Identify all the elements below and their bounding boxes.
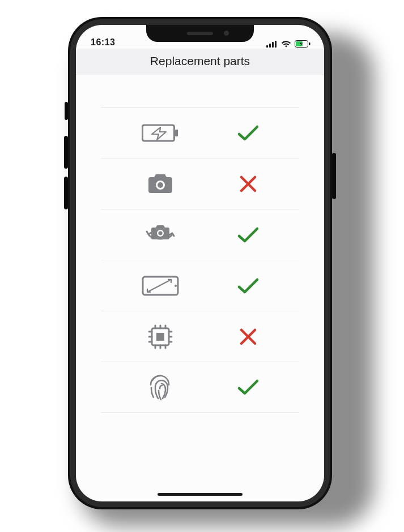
- status-ok: [234, 124, 262, 142]
- svg-point-10: [158, 182, 163, 188]
- phone-screen: 16:13: [76, 25, 324, 501]
- display-size-icon: [138, 274, 183, 297]
- cross-icon: [239, 175, 257, 193]
- battery-charging-status-icon: [295, 40, 311, 48]
- svg-rect-6: [309, 42, 311, 45]
- status-bad: [234, 328, 262, 346]
- svg-rect-8: [175, 130, 178, 136]
- svg-point-12: [158, 231, 162, 235]
- status-bar-indicators: [266, 40, 311, 48]
- camera-icon: [138, 173, 183, 195]
- status-ok: [234, 378, 262, 396]
- svg-point-14: [175, 285, 177, 287]
- status-bad: [234, 175, 262, 193]
- display-notch: [146, 25, 254, 42]
- cross-icon: [239, 328, 257, 346]
- phone-frame: 16:13: [68, 17, 332, 509]
- svg-rect-1: [269, 44, 271, 48]
- part-row-battery: [101, 107, 299, 158]
- part-row-fingerprint: [101, 362, 299, 413]
- svg-rect-3: [275, 41, 277, 48]
- svg-rect-2: [272, 42, 274, 48]
- nav-header: Replacement parts: [76, 49, 324, 75]
- volume-up-button[interactable]: [64, 136, 68, 169]
- volume-down-button[interactable]: [64, 177, 68, 209]
- front-camera-dot: [224, 31, 229, 36]
- battery-charging-icon: [138, 123, 183, 143]
- part-row-display: [101, 260, 299, 311]
- parts-list: [76, 107, 324, 413]
- checkmark-icon: [237, 378, 260, 396]
- cpu-chip-icon: [138, 324, 183, 350]
- home-indicator[interactable]: [158, 493, 243, 496]
- status-bar-time: 16:13: [91, 37, 115, 48]
- camera-rotate-icon: [138, 221, 183, 248]
- earpiece-speaker: [187, 32, 213, 35]
- part-row-camera: [101, 158, 299, 209]
- part-row-camera-flip: [101, 209, 299, 260]
- checkmark-icon: [237, 226, 260, 244]
- svg-rect-16: [156, 333, 164, 341]
- power-button[interactable]: [332, 153, 336, 199]
- page-title: Replacement parts: [76, 54, 324, 68]
- part-row-chip: [101, 311, 299, 362]
- svg-rect-0: [266, 45, 268, 48]
- checkmark-icon: [237, 124, 260, 142]
- mute-switch[interactable]: [65, 102, 68, 120]
- checkmark-icon: [237, 277, 260, 295]
- status-ok: [234, 277, 262, 295]
- fingerprint-icon: [138, 374, 183, 401]
- wifi-icon: [281, 41, 291, 48]
- cellular-signal-icon: [266, 41, 278, 48]
- status-ok: [234, 226, 262, 244]
